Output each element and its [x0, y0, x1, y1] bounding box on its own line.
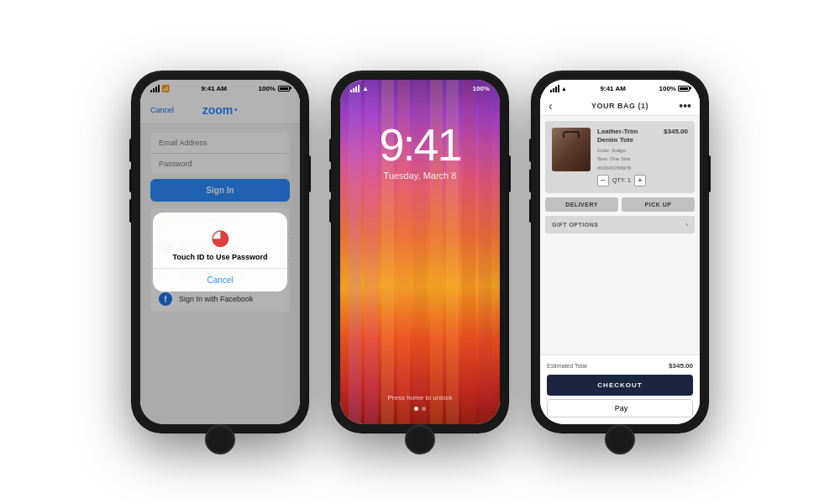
lock-dots	[340, 407, 500, 411]
product-price: $345.00	[664, 128, 688, 135]
lock-status-left: ▲	[350, 85, 369, 92]
lock-signal	[350, 85, 360, 92]
home-button-2[interactable]	[405, 424, 435, 454]
home-button-1[interactable]	[205, 424, 235, 454]
delivery-button[interactable]: DELIVERY	[545, 197, 618, 212]
lb2	[353, 88, 354, 92]
estimated-price: $345.00	[669, 362, 693, 370]
sb2	[553, 88, 554, 92]
lock-wifi-icon: ▲	[362, 85, 369, 92]
product-img-handle	[563, 131, 580, 138]
lb3	[355, 87, 357, 92]
shop-back-button[interactable]: ‹	[549, 99, 553, 113]
gift-chevron-icon: ›	[685, 221, 688, 228]
lock-dot-1	[414, 407, 418, 411]
home-button-3[interactable]	[605, 424, 635, 454]
lock-dot-2	[422, 407, 426, 411]
shop-battery-icon	[678, 86, 690, 92]
shop-screen: ▲ 9:41 AM 100% ‹ YOUR BAG (1) •••	[540, 80, 700, 424]
shop-status-left: ▲	[550, 85, 567, 92]
phone-zoom: 📶 9:41 AM 100% Cancel zoom ▾	[132, 71, 308, 433]
phones-container: 📶 9:41 AM 100% Cancel zoom ▾	[132, 71, 708, 433]
checkout-button[interactable]: checKouT	[547, 375, 693, 396]
product-sku: #60041780978	[597, 165, 657, 171]
qty-minus-button[interactable]: −	[597, 175, 609, 186]
gift-options[interactable]: GIFT OPTIONS ›	[545, 216, 695, 234]
shop-signal	[550, 85, 559, 92]
lb4	[358, 85, 360, 92]
sb3	[555, 87, 557, 92]
touchid-content: ◕ Touch ID to Use Password	[153, 213, 287, 268]
gift-label: GIFT OPTIONS	[552, 222, 598, 228]
shop-header-title: YOUR BAG (1)	[591, 102, 648, 110]
lb1	[350, 90, 352, 92]
touchid-fingerprint-icon: ◕	[163, 226, 277, 248]
product-info: Leather-Trim Denim Tote Color: Indigo Si…	[597, 128, 657, 186]
shop-status-time: 9:41 AM	[601, 85, 626, 92]
touchid-cancel-button[interactable]: Cancel	[153, 269, 287, 291]
product-qty: − QTY: 1 +	[597, 175, 657, 186]
apple-pay-label: Pay	[615, 404, 628, 412]
product-size: Size: One Size	[597, 155, 657, 162]
product-name: Leather-Trim Denim Tote	[597, 128, 657, 145]
product-color: Color: Indigo	[597, 147, 657, 154]
estimated-row: Estimated Total $345.00	[547, 362, 693, 370]
sb1	[550, 90, 552, 92]
lock-time-display: 9:41	[340, 122, 500, 167]
shop-content: Leather-Trim Denim Tote Color: Indigo Si…	[540, 116, 700, 354]
delivery-row: DELIVERY PICK UP	[545, 197, 695, 212]
qty-plus-button[interactable]: +	[634, 175, 646, 186]
phone-shop: ▲ 9:41 AM 100% ‹ YOUR BAG (1) •••	[532, 71, 708, 433]
apple-pay-button[interactable]: Pay	[547, 399, 693, 417]
shop-more-button[interactable]: •••	[679, 99, 691, 113]
phone-lock: ▲ 100% 9:41 Tuesday, March 8 Press home …	[332, 71, 508, 433]
pickup-button[interactable]: PICK UP	[622, 197, 695, 212]
shop-battery-text: 100%	[659, 85, 676, 92]
touchid-overlay: ◕ Touch ID to Use Password Cancel	[140, 80, 300, 424]
touchid-title: Touch ID to Use Password	[163, 253, 277, 261]
lock-bottom: Press home to unlock	[340, 394, 500, 424]
sb4	[558, 85, 559, 92]
lock-home-hint: Press home to unlock	[340, 394, 500, 402]
lock-screen: ▲ 100% 9:41 Tuesday, March 8 Press home …	[340, 80, 500, 424]
touchid-dialog: ◕ Touch ID to Use Password Cancel	[153, 213, 287, 291]
lock-battery: 100%	[473, 85, 490, 92]
shop-wifi-icon: ▲	[561, 86, 567, 92]
shop-header: ‹ YOUR BAG (1) •••	[540, 97, 700, 116]
shop-status-bar: ▲ 9:41 AM 100%	[540, 80, 700, 97]
product-card: Leather-Trim Denim Tote Color: Indigo Si…	[545, 121, 695, 193]
shop-battery-fill	[680, 87, 688, 90]
shop-footer: Estimated Total $345.00 checKouT Pay	[540, 354, 700, 424]
product-image	[552, 128, 591, 171]
shop-status-right: 100%	[659, 85, 690, 92]
lock-status-bar: ▲ 100%	[340, 80, 500, 97]
qty-value: QTY: 1	[612, 177, 631, 183]
lock-date-display: Tuesday, March 8	[340, 171, 500, 181]
lock-time-container: 9:41 Tuesday, March 8	[340, 97, 500, 181]
zoom-screen: 📶 9:41 AM 100% Cancel zoom ▾	[140, 80, 300, 424]
estimated-label: Estimated Total	[547, 363, 587, 369]
